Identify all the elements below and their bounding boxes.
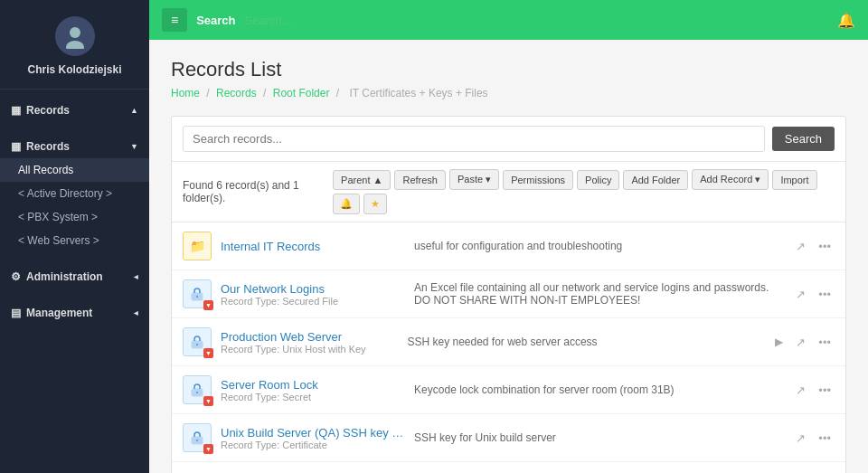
gear-icon: ⚙ <box>11 270 21 283</box>
record-info: Our Network Logins Record Type: Secured … <box>221 282 405 307</box>
record-name[interactable]: Unix Build Server (QA) SSH key (no pass) <box>221 426 405 440</box>
svg-rect-7 <box>196 392 198 393</box>
sidebar-item-all-records[interactable]: All Records <box>0 158 149 182</box>
sidebar-item-pbx-system-label: < PBX System > <box>18 211 98 223</box>
notification-bell-icon[interactable]: 🔔 <box>837 12 855 29</box>
sidebar-section-records-top-header[interactable]: ▦ Records ▲ <box>0 99 149 122</box>
record-description: useful for configuration and troubleshoo… <box>414 240 783 252</box>
paste-button[interactable]: Paste ▾ <box>449 169 499 190</box>
record-row-actions: ↗ ••• <box>792 430 835 447</box>
table-row: ▼ Unix Build Server Production Record Ty… <box>172 462 845 473</box>
record-type: Record Type: Certificate <box>221 440 405 450</box>
bell-button[interactable]: 🔔 <box>333 194 360 214</box>
management-icon: ▤ <box>11 307 21 319</box>
records-search-toolbar: Search <box>172 117 845 162</box>
sidebar-section-records-header[interactable]: ▦ Records ▼ <box>0 135 149 158</box>
sidebar-administration-label: Administration <box>26 270 103 283</box>
main-area: ≡ Search 🔔 Records List Home / Records /… <box>149 0 868 473</box>
record-icon: ▼ <box>183 375 212 404</box>
chevron-up-icon: ▲ <box>130 106 138 115</box>
table-row: ▼ Unix Build Server (QA) SSH key (no pas… <box>172 414 845 462</box>
share-button[interactable]: ↗ <box>792 382 809 399</box>
share-button[interactable]: ↗ <box>792 286 809 303</box>
sidebar-item-active-directory-label: < Active Directory > <box>18 187 112 200</box>
svg-rect-5 <box>196 344 198 345</box>
sidebar-item-web-servers-label: < Web Servers > <box>18 234 99 247</box>
record-row-actions: ↗ ••• <box>792 238 835 255</box>
record-type: Record Type: Unix Host with Key <box>221 344 398 355</box>
add-folder-button[interactable]: Add Folder <box>623 170 688 190</box>
breadcrumb-root-folder[interactable]: Root Folder <box>273 87 330 99</box>
sidebar-section-management-header[interactable]: ▤ Management ◂ <box>0 301 149 325</box>
add-record-button[interactable]: Add Record ▾ <box>692 169 769 190</box>
records-search-input[interactable] <box>183 126 765 152</box>
record-name[interactable]: Internal IT Records <box>221 240 405 253</box>
sidebar: Chris Kolodziejski ▦ Records ▲ ▦ Records… <box>0 0 149 473</box>
breadcrumb-records[interactable]: Records <box>216 87 257 99</box>
import-button[interactable]: Import <box>772 170 816 190</box>
sidebar-username[interactable]: Chris Kolodziejski <box>27 63 121 76</box>
record-icon: ▼ <box>183 423 212 452</box>
record-name[interactable]: Our Network Logins <box>221 282 405 296</box>
sidebar-section-records: ▦ Records ▼ All Records < Active Directo… <box>0 126 149 256</box>
sidebar-item-all-records-label: All Records <box>18 164 73 176</box>
sidebar-item-web-servers[interactable]: < Web Servers > <box>0 229 149 252</box>
breadcrumb-current: IT Certificates + Keys + Files <box>349 87 487 99</box>
more-button[interactable]: ••• <box>815 382 835 399</box>
sidebar-user: Chris Kolodziejski <box>0 0 149 90</box>
more-button[interactable]: ••• <box>815 430 835 447</box>
policy-button[interactable]: Policy <box>577 170 619 190</box>
sidebar-section-management: ▤ Management ◂ <box>0 292 149 328</box>
record-description: An Excel file containing all our network… <box>414 281 783 307</box>
records-icon: ▦ <box>11 140 21 153</box>
sidebar-section-records-top: ▦ Records ▲ <box>0 90 149 126</box>
search-tab-label[interactable]: Search <box>196 14 235 27</box>
star-button[interactable]: ★ <box>363 194 387 214</box>
sidebar-section-administration: ⚙ Administration ◂ <box>0 256 149 292</box>
share-button[interactable]: ↗ <box>792 430 809 447</box>
record-name[interactable]: Production Web Server <box>221 330 398 344</box>
svg-point-0 <box>70 27 80 38</box>
share-button[interactable]: ↗ <box>792 238 809 255</box>
chevron-down-icon: ▼ <box>130 142 138 151</box>
record-name[interactable]: Server Room Lock <box>221 378 405 392</box>
sidebar-item-active-directory[interactable]: < Active Directory > <box>0 182 149 205</box>
content-area: Records List Home / Records / Root Folde… <box>149 40 868 473</box>
record-info: Internal IT Records <box>221 240 405 253</box>
record-icon: ▼ <box>183 279 212 308</box>
avatar <box>55 16 95 56</box>
records-search-button[interactable]: Search <box>772 127 835 151</box>
record-description: SSH key for Unix build server <box>414 431 783 444</box>
chevron-left-icon: ◂ <box>134 272 138 281</box>
svg-rect-3 <box>196 296 198 298</box>
record-description: SSH key needed for web server access <box>407 336 762 348</box>
breadcrumb-sep2: / <box>263 87 269 99</box>
action-buttons-group: Parent ▲ Refresh Paste ▾ Permissions Pol… <box>333 169 835 214</box>
topbar-search-input[interactable] <box>245 14 828 27</box>
breadcrumb: Home / Records / Root Folder / IT Certif… <box>171 87 846 99</box>
records-panel: Search Found 6 record(s) and 1 folder(s)… <box>171 116 846 473</box>
table-row: ▼ Our Network Logins Record Type: Secure… <box>172 270 845 318</box>
sidebar-item-pbx-system[interactable]: < PBX System > <box>0 205 149 229</box>
record-type: Record Type: Secured File <box>221 296 405 307</box>
more-button[interactable]: ••• <box>815 286 835 303</box>
refresh-button[interactable]: Refresh <box>394 170 446 190</box>
more-button[interactable]: ••• <box>815 334 835 351</box>
more-button[interactable]: ••• <box>815 238 835 255</box>
record-description: Keycode lock combination for server room… <box>414 383 783 396</box>
table-row: ▼ Production Web Server Record Type: Uni… <box>172 318 845 366</box>
permissions-button[interactable]: Permissions <box>503 170 573 190</box>
table-row: ▼ Server Room Lock Record Type: Secret K… <box>172 366 845 414</box>
menu-button[interactable]: ≡ <box>162 8 187 32</box>
share-button[interactable]: ↗ <box>792 334 809 351</box>
record-row-actions: ▶ ↗ ••• <box>771 334 835 351</box>
breadcrumb-home[interactable]: Home <box>171 87 200 99</box>
sidebar-section-administration-header[interactable]: ⚙ Administration ◂ <box>0 265 149 289</box>
parent-button[interactable]: Parent ▲ <box>333 170 391 190</box>
page-title: Records List <box>171 58 846 81</box>
records-list: 📁 Internal IT Records useful for configu… <box>172 222 845 473</box>
svg-point-1 <box>66 41 84 49</box>
sidebar-management-label: Management <box>26 307 92 319</box>
chevron-left-icon2: ◂ <box>134 308 138 317</box>
play-button[interactable]: ▶ <box>771 334 787 350</box>
